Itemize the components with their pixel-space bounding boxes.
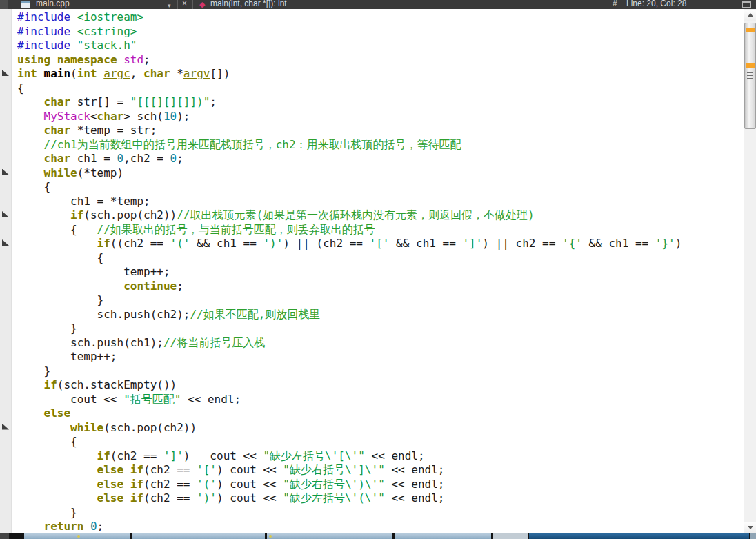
- code-line[interactable]: char ch1 = 0,ch2 = 0;: [17, 152, 682, 166]
- code-line[interactable]: else if(ch2 == ')') cout << "缺少左括号\'(\'"…: [17, 491, 682, 506]
- code-line[interactable]: #include <iostream>: [17, 10, 682, 25]
- code-line[interactable]: while(*temp): [17, 166, 682, 181]
- hash-icon: #: [613, 0, 617, 9]
- taskbar-button[interactable]: [267, 533, 392, 539]
- code-line[interactable]: cout << "括号匹配" << endl;: [17, 393, 682, 407]
- scrollbar-marker: [746, 28, 755, 32]
- separator: [177, 0, 178, 9]
- code-line[interactable]: {: [17, 81, 682, 96]
- code-line[interactable]: if(sch.pop(ch2))//取出栈顶元素(如果是第一次循环栈内没有元素，…: [17, 208, 682, 223]
- chevron-down-icon[interactable]: ▾: [168, 0, 171, 9]
- code-line[interactable]: }: [17, 506, 682, 520]
- code-line[interactable]: {: [17, 435, 682, 449]
- file-icon: [21, 1, 30, 8]
- taskbar-right-edge: [750, 533, 756, 539]
- fold-expanded-icon[interactable]: [2, 70, 9, 76]
- close-icon[interactable]: ×: [182, 0, 187, 9]
- fold-expanded-icon[interactable]: [2, 169, 9, 175]
- scrollbar-marker: [746, 63, 755, 68]
- code-line[interactable]: else if(ch2 == '[') cout << "缺少右括号\']\'"…: [17, 463, 682, 478]
- taskbar: [0, 533, 756, 539]
- code-editor[interactable]: #include <iostream>#include <cstring>#in…: [0, 9, 744, 533]
- current-symbol-dropdown[interactable]: main(int, char *[]): int: [210, 0, 287, 9]
- code-line[interactable]: sch.push(ch1);//将当前括号压入栈: [17, 336, 682, 351]
- symbol-diamond-icon: ◆: [199, 0, 205, 9]
- code-line[interactable]: while(sch.pop(ch2)): [17, 421, 682, 435]
- scroll-down-button[interactable]: [744, 522, 756, 533]
- code-line[interactable]: {: [17, 180, 682, 195]
- taskbar-button[interactable]: [493, 533, 528, 539]
- line-col-indicator: Line: 20, Col: 28: [626, 0, 686, 9]
- code-line[interactable]: { //如果取出的括号，与当前括号匹配，则丢弃取出的括号: [17, 223, 682, 237]
- scroll-up-button[interactable]: [744, 10, 756, 21]
- code-line[interactable]: }: [17, 293, 682, 308]
- fold-expanded-icon[interactable]: [2, 424, 9, 430]
- code-line[interactable]: }: [17, 364, 682, 379]
- separator: [192, 0, 193, 9]
- code-line[interactable]: if((ch2 == '(' && ch1 == ')') || (ch2 ==…: [17, 237, 682, 251]
- code-line[interactable]: if(sch.stackEmpty()): [17, 378, 682, 393]
- editor-topbar: main.cpp ▾ × ◆ main(int, char *[]): int …: [0, 0, 756, 9]
- code-line[interactable]: else if(ch2 == '(') cout << "缺少右括号\')\'"…: [17, 478, 682, 492]
- fold-margin[interactable]: [0, 9, 12, 533]
- vertical-scrollbar[interactable]: [744, 9, 756, 533]
- code-line[interactable]: //ch1为当前数组中的括号用来匹配栈顶括号，ch2：用来取出栈顶的括号，等待匹…: [17, 138, 682, 153]
- code-line[interactable]: MyStack<char> sch(10);: [17, 110, 682, 124]
- code-line[interactable]: temp++;: [17, 350, 682, 364]
- taskbar-app-icon: [77, 535, 80, 538]
- fold-expanded-icon[interactable]: [2, 211, 9, 217]
- code-line[interactable]: #include "stack.h": [17, 39, 682, 53]
- code-line[interactable]: char str[] = "[[[][][]])";: [17, 95, 682, 110]
- code-line[interactable]: char *temp = str;: [17, 124, 682, 138]
- code-line[interactable]: {: [17, 251, 682, 266]
- code-line[interactable]: ch1 = *temp;: [17, 195, 682, 209]
- taskbar-start-edge[interactable]: [0, 533, 9, 539]
- code-line[interactable]: sch.push(ch2);//如果不匹配,则放回栈里: [17, 308, 682, 322]
- filename-tab[interactable]: main.cpp: [36, 0, 70, 9]
- code-line[interactable]: temp++;: [17, 265, 682, 280]
- code-line[interactable]: else: [17, 406, 682, 421]
- scrollbar-thumb[interactable]: [744, 23, 756, 129]
- taskbar-active-button[interactable]: [529, 533, 749, 539]
- taskbar-app-icon: [269, 535, 272, 538]
- toolbar-partial-icon: [0, 0, 8, 9]
- scrollbar-grip: [747, 70, 753, 81]
- code-line[interactable]: #include <cstring>: [17, 25, 682, 39]
- code-line[interactable]: return 0;: [17, 520, 682, 533]
- code-line[interactable]: }: [17, 322, 682, 336]
- code-line[interactable]: if(ch2 == ']') cout << "缺少左括号\'[\'" << e…: [17, 449, 682, 464]
- code-line[interactable]: continue;: [17, 280, 682, 294]
- code-line[interactable]: int main(int argc, char *argv[]): [17, 67, 682, 81]
- code-line[interactable]: using namespace std;: [17, 53, 682, 68]
- fold-expanded-icon[interactable]: [2, 239, 9, 246]
- taskbar-button[interactable]: [395, 533, 491, 539]
- taskbar-button[interactable]: [132, 533, 265, 539]
- window-icon[interactable]: [742, 1, 751, 8]
- code-lines[interactable]: #include <iostream>#include <cstring>#in…: [17, 10, 682, 533]
